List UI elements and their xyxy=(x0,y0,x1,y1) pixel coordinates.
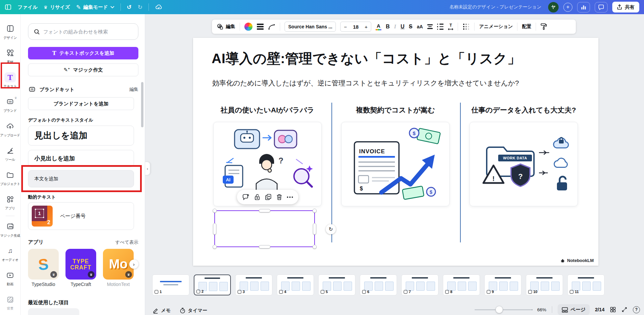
comments-button[interactable] xyxy=(595,2,608,12)
transparency-button[interactable] xyxy=(462,23,470,30)
add-member-button[interactable]: + xyxy=(563,3,572,12)
see-all-link[interactable]: すべて表示 xyxy=(115,239,138,245)
undo-button[interactable]: ↺ xyxy=(127,4,132,10)
strikethrough-button[interactable]: S xyxy=(409,24,412,29)
sidebar-item-brand[interactable]: ♛ co ブランド xyxy=(0,93,21,117)
add-subheading-button[interactable]: 小見出しを追加 xyxy=(28,150,134,167)
fullscreen-button[interactable] xyxy=(621,307,627,313)
color-wheel-button[interactable] xyxy=(244,23,252,31)
page-thumbnail-5[interactable]: 5 xyxy=(318,274,355,295)
resize-handle-ne[interactable] xyxy=(313,209,317,213)
underline-button[interactable]: U xyxy=(401,24,405,29)
brand-kit-edit-link[interactable]: 編集 xyxy=(129,86,138,93)
sidebar-item-text[interactable]: T テキスト xyxy=(0,69,21,93)
sidebar-item-projects[interactable]: プロジェクト xyxy=(0,166,21,190)
zoom-slider-knob[interactable] xyxy=(495,306,503,313)
spacing-button[interactable]: T xyxy=(448,23,453,30)
line-style-button[interactable] xyxy=(268,23,275,30)
column-heading-2[interactable]: 複数契約でコストが嵩む xyxy=(341,105,450,115)
page-thumbnail-1[interactable]: 1 xyxy=(152,274,189,295)
sidebar-item-magic-media[interactable]: マジック生成 xyxy=(0,217,21,242)
page-thumbnail-10[interactable]: 10 xyxy=(526,274,563,295)
font-family-select[interactable]: Source Han Sans ... xyxy=(285,22,336,32)
text-color-button[interactable]: A xyxy=(376,23,381,30)
share-button[interactable]: 共有 xyxy=(612,2,639,12)
page-thumbnail-8[interactable]: 8 xyxy=(443,274,480,295)
redo-button[interactable]: ↻ xyxy=(138,4,142,10)
panel-scrollbar[interactable] xyxy=(141,82,143,127)
page-thumbnail-11[interactable]: 11 xyxy=(567,274,605,295)
resize-handle-se[interactable] xyxy=(313,245,317,249)
add-brand-font-button[interactable]: ブランドフォントを追加 xyxy=(28,97,134,110)
help-button[interactable]: ? xyxy=(633,306,640,313)
apps-next-arrow[interactable]: › xyxy=(129,260,138,269)
document-title[interactable]: 名称未設定のデザイン - プレゼンテーション xyxy=(449,4,541,10)
resize-handle-n[interactable] xyxy=(259,209,270,212)
panel-collapse-button[interactable]: ‹ xyxy=(145,162,150,175)
search-input[interactable] xyxy=(43,29,133,34)
app-typestudio[interactable]: S ♛ xyxy=(28,249,59,280)
page-thumbnail-6[interactable]: 6 xyxy=(360,274,397,295)
italic-button[interactable]: I xyxy=(394,24,396,29)
text-case-button[interactable]: aA xyxy=(417,24,423,29)
grid-view-button[interactable] xyxy=(610,307,616,313)
page-thumbnail-3[interactable]: 3 xyxy=(235,274,272,295)
sidebar-item-design[interactable]: デザイン xyxy=(0,20,21,44)
page-view-button[interactable]: ページ xyxy=(558,304,590,315)
resize-handle-w[interactable] xyxy=(213,223,216,235)
sidebar-item-background[interactable]: 背景 xyxy=(0,291,21,315)
sidebar-item-uploads[interactable]: アップロード xyxy=(0,117,21,141)
page-thumbnail-9[interactable]: 9 xyxy=(484,274,521,295)
add-body-button[interactable]: 本文を追加 xyxy=(28,170,134,187)
resize-handle-nw[interactable] xyxy=(213,209,217,213)
slide-title[interactable]: AI導入の壁:管理できない「コスト」と「リスク」 xyxy=(212,49,521,68)
page-thumbnail-2-selected[interactable]: 2 xyxy=(194,274,231,295)
slide-subtitle[interactable]: 効率化のために導入したはずが、逆に管理コストとセキュリティリスクを増大させていま… xyxy=(212,78,519,88)
app-typecraft[interactable]: TYPE CRAFT ♛ xyxy=(65,249,96,280)
resize-menu[interactable]: ♛ リサイズ xyxy=(44,4,70,10)
zoom-slider[interactable] xyxy=(475,309,532,310)
recent-item-placeholder[interactable] xyxy=(28,308,79,315)
resize-handle-sw[interactable] xyxy=(213,245,217,249)
add-heading-button[interactable]: 見出しを追加 xyxy=(28,126,134,146)
lock-button[interactable] xyxy=(254,193,261,201)
sidebar-item-tools[interactable]: ツール xyxy=(0,141,21,166)
copy-style-button[interactable] xyxy=(540,23,547,30)
alignment-button[interactable] xyxy=(427,24,433,29)
font-size-stepper[interactable]: − 18 + xyxy=(340,22,371,32)
resize-handle-e[interactable] xyxy=(313,223,316,235)
font-size-value[interactable]: 18 xyxy=(353,24,359,30)
panel-toggle-button[interactable] xyxy=(5,4,11,10)
page-number-card[interactable]: 1 2 ページ番号 xyxy=(28,202,134,230)
illustration-card-invoice[interactable]: $ INVOICE $ $ xyxy=(341,122,450,206)
sidebar-item-video[interactable]: 動画 xyxy=(0,266,21,290)
bold-button[interactable]: B xyxy=(386,24,390,29)
insights-button[interactable] xyxy=(577,2,590,12)
add-textbox-button[interactable]: T テキストボックスを追加 xyxy=(28,47,138,59)
selected-textbox[interactable] xyxy=(214,210,315,247)
magic-write-button[interactable]: ✎✦ マジック作文 xyxy=(28,63,138,76)
font-search-box[interactable] xyxy=(28,23,138,40)
delete-button[interactable] xyxy=(276,193,283,201)
page-thumbnail-7[interactable]: 7 xyxy=(401,274,438,295)
timer-button[interactable]: タイマー xyxy=(180,307,207,314)
resize-handle-s[interactable] xyxy=(259,245,270,248)
file-menu[interactable]: ファイル xyxy=(18,4,37,10)
list-button[interactable] xyxy=(437,24,444,30)
font-size-plus[interactable]: + xyxy=(365,24,368,30)
position-button[interactable]: 配置 xyxy=(522,24,531,30)
rotate-handle[interactable]: ↻ xyxy=(326,224,336,234)
font-size-minus[interactable]: − xyxy=(344,24,347,30)
animation-button[interactable]: アニメーション xyxy=(479,24,513,30)
sidebar-item-apps[interactable]: アプリ xyxy=(0,190,21,215)
page-thumbnail-4[interactable]: 4 xyxy=(277,274,314,295)
comment-add-button[interactable] xyxy=(242,193,249,201)
duplicate-button[interactable] xyxy=(265,193,272,201)
sidebar-item-elements[interactable]: 素材 xyxy=(0,44,21,68)
column-heading-3[interactable]: 仕事のデータを入れても大丈夫? xyxy=(469,105,578,115)
more-options-button[interactable] xyxy=(287,196,293,198)
stroke-weight-button[interactable] xyxy=(257,24,264,30)
avatar[interactable]: ヤ xyxy=(548,2,559,12)
edit-mode-menu[interactable]: ✎ 編集モード xyxy=(76,4,114,10)
notes-button[interactable]: メモ xyxy=(153,308,171,314)
